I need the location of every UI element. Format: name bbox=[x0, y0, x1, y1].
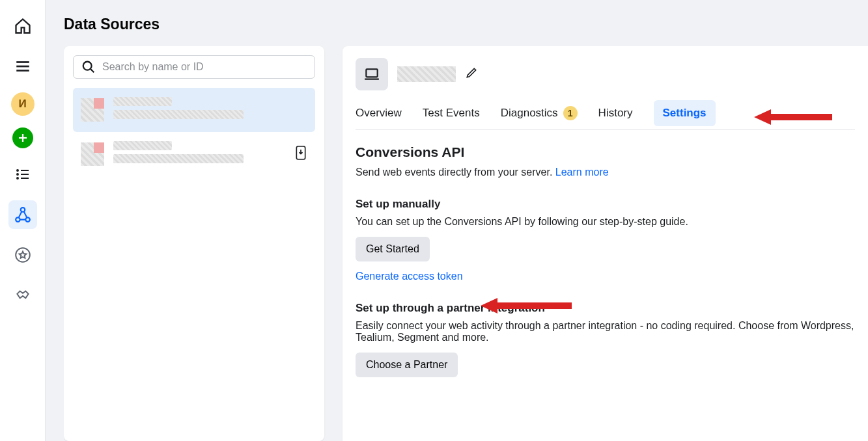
svg-rect-18 bbox=[366, 69, 377, 77]
home-icon bbox=[14, 17, 32, 35]
nav-partners[interactable] bbox=[8, 281, 37, 310]
conversions-title: Conversions API bbox=[356, 144, 855, 160]
tab-overview[interactable]: Overview bbox=[356, 107, 402, 120]
download-icon[interactable] bbox=[294, 145, 307, 163]
svg-point-11 bbox=[20, 207, 25, 212]
svg-point-15 bbox=[83, 62, 92, 70]
search-container bbox=[73, 55, 315, 79]
tab-bar: Overview Test Events Diagnostics 1 Histo… bbox=[356, 106, 855, 130]
sources-panel bbox=[64, 46, 324, 441]
tab-test-events[interactable]: Test Events bbox=[423, 107, 480, 120]
conversions-desc: Send web events directly from your serve… bbox=[356, 167, 855, 178]
svg-line-16 bbox=[91, 69, 94, 73]
page-title: Data Sources bbox=[64, 16, 868, 33]
source-id-redacted bbox=[113, 154, 244, 163]
source-item[interactable] bbox=[73, 88, 315, 132]
learn-more-link[interactable]: Learn more bbox=[555, 167, 609, 178]
source-thumbnail bbox=[81, 98, 104, 122]
source-item[interactable] bbox=[73, 132, 315, 176]
detail-panel: Overview Test Events Diagnostics 1 Histo… bbox=[343, 46, 868, 441]
source-thumbnail bbox=[81, 142, 104, 166]
partner-desc: Easily connect your web activity through… bbox=[356, 320, 855, 343]
search-input[interactable] bbox=[102, 61, 307, 73]
tab-label: Diagnostics bbox=[501, 107, 558, 120]
source-type-badge bbox=[356, 58, 388, 90]
star-circle-icon bbox=[14, 247, 31, 263]
choose-partner-button[interactable]: Choose a Partner bbox=[356, 353, 458, 377]
tab-settings[interactable]: Settings bbox=[654, 100, 716, 126]
source-title-redacted bbox=[397, 66, 456, 82]
edit-button[interactable] bbox=[465, 66, 478, 82]
laptop-icon bbox=[363, 66, 380, 83]
list-icon bbox=[15, 167, 31, 182]
partner-title: Set up through a partner integration bbox=[356, 302, 855, 315]
nav-avatar[interactable]: И bbox=[11, 92, 35, 116]
svg-point-5 bbox=[17, 170, 18, 171]
left-nav: И bbox=[0, 0, 46, 441]
svg-point-13 bbox=[25, 217, 30, 222]
manual-title: Set up manually bbox=[356, 198, 855, 211]
svg-point-7 bbox=[17, 178, 18, 179]
manual-desc: You can set up the Conversions API by fo… bbox=[356, 216, 855, 228]
svg-point-6 bbox=[17, 174, 18, 175]
source-name-redacted bbox=[113, 141, 172, 150]
source-name-redacted bbox=[113, 97, 172, 106]
nav-menu[interactable] bbox=[8, 52, 37, 81]
tab-diagnostics[interactable]: Diagnostics 1 bbox=[501, 106, 578, 120]
svg-point-12 bbox=[16, 217, 20, 222]
nav-home[interactable] bbox=[8, 12, 37, 40]
plus-icon bbox=[17, 132, 29, 144]
handshake-icon bbox=[14, 287, 31, 304]
tab-history[interactable]: History bbox=[598, 107, 633, 120]
nav-data-sources[interactable] bbox=[8, 200, 37, 229]
hamburger-icon bbox=[14, 58, 31, 75]
nav-add-button[interactable] bbox=[12, 127, 33, 148]
share-icon bbox=[14, 206, 31, 223]
get-started-button[interactable]: Get Started bbox=[356, 237, 430, 261]
diagnostics-badge: 1 bbox=[563, 106, 578, 120]
nav-favorites[interactable] bbox=[8, 241, 37, 269]
source-id-redacted bbox=[113, 110, 244, 119]
nav-list[interactable] bbox=[8, 160, 37, 189]
pencil-icon bbox=[465, 66, 478, 79]
generate-token-link[interactable]: Generate access token bbox=[356, 271, 463, 282]
search-icon bbox=[81, 60, 96, 74]
